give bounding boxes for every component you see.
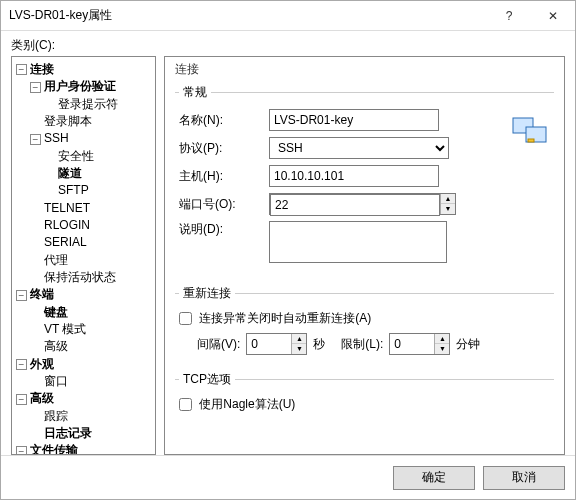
port-spinner[interactable]: ▲▼ bbox=[269, 193, 456, 215]
spin-up-icon[interactable]: ▲ bbox=[292, 334, 306, 344]
nagle-input[interactable] bbox=[179, 398, 192, 411]
spin-down-icon[interactable]: ▼ bbox=[441, 204, 455, 214]
name-input[interactable] bbox=[269, 109, 439, 131]
collapse-icon[interactable]: − bbox=[16, 290, 27, 301]
protocol-select[interactable]: SSH bbox=[269, 137, 449, 159]
auto-reconnect-checkbox[interactable]: 连接异常关闭时自动重新连接(A) bbox=[179, 311, 371, 325]
collapse-icon[interactable]: − bbox=[16, 359, 27, 370]
desc-label: 说明(D): bbox=[179, 221, 269, 238]
min-label: 分钟 bbox=[456, 336, 480, 353]
tree-tunnel[interactable]: 隧道 bbox=[44, 165, 153, 182]
svg-rect-2 bbox=[528, 139, 534, 142]
interval-input[interactable] bbox=[247, 334, 291, 354]
tree-sftp[interactable]: SFTP bbox=[44, 182, 153, 199]
interval-spinner[interactable]: ▲▼ bbox=[246, 333, 307, 355]
name-label: 名称(N): bbox=[179, 112, 269, 129]
collapse-icon[interactable]: − bbox=[16, 394, 27, 405]
tree-login-script[interactable]: 登录脚本 bbox=[30, 113, 153, 130]
limit-input[interactable] bbox=[390, 334, 434, 354]
category-tree[interactable]: −连接 −用户身份验证 登录提示符 登录脚本 −SSH 安全性 bbox=[11, 56, 156, 455]
tcp-legend: TCP选项 bbox=[179, 371, 235, 388]
window-title: LVS-DR01-key属性 bbox=[9, 7, 487, 24]
tree-ssh[interactable]: −SSH 安全性 隧道 SFTP bbox=[30, 130, 153, 199]
tree-appearance[interactable]: −外观 窗口 bbox=[16, 356, 153, 391]
tree-login-prompt[interactable]: 登录提示符 bbox=[44, 96, 153, 113]
collapse-icon[interactable]: − bbox=[16, 64, 27, 75]
spin-down-icon[interactable]: ▼ bbox=[435, 344, 449, 354]
help-button[interactable]: ? bbox=[487, 1, 531, 30]
titlebar: LVS-DR01-key属性 ? ✕ bbox=[1, 1, 575, 31]
tree-vt-mode[interactable]: VT 模式 bbox=[30, 321, 153, 338]
tree-proxy[interactable]: 代理 bbox=[30, 252, 153, 269]
port-label: 端口号(O): bbox=[179, 196, 269, 213]
close-icon: ✕ bbox=[548, 9, 558, 23]
collapse-icon[interactable]: − bbox=[30, 134, 41, 145]
tcp-group: TCP选项 使用Nagle算法(U) bbox=[175, 371, 554, 423]
tree-user-auth[interactable]: −用户身份验证 登录提示符 bbox=[30, 78, 153, 113]
tree-terminal[interactable]: −终端 键盘 VT 模式 高级 bbox=[16, 286, 153, 355]
auto-reconnect-input[interactable] bbox=[179, 312, 192, 325]
interval-label: 间隔(V): bbox=[197, 336, 240, 353]
general-legend: 常规 bbox=[179, 84, 211, 101]
host-label: 主机(H): bbox=[179, 168, 269, 185]
tree-security[interactable]: 安全性 bbox=[44, 148, 153, 165]
tree-advanced[interactable]: −高级 跟踪 日志记录 bbox=[16, 390, 153, 442]
settings-panel: 连接 常规 名称(N): 协议(P): SSH 主机(H) bbox=[164, 56, 565, 455]
dialog-footer: 确定 取消 bbox=[1, 455, 575, 499]
collapse-icon[interactable]: − bbox=[16, 446, 27, 455]
nagle-checkbox[interactable]: 使用Nagle算法(U) bbox=[179, 397, 295, 411]
properties-dialog: LVS-DR01-key属性 ? ✕ 类别(C): −连接 −用户身份验证 登录… bbox=[0, 0, 576, 500]
port-input[interactable] bbox=[270, 194, 440, 216]
cancel-button[interactable]: 取消 bbox=[483, 466, 565, 490]
spin-up-icon[interactable]: ▲ bbox=[441, 194, 455, 204]
question-icon: ? bbox=[506, 9, 513, 23]
tree-keyboard[interactable]: 键盘 bbox=[30, 304, 153, 321]
category-label: 类别(C): bbox=[11, 37, 565, 54]
host-input[interactable] bbox=[269, 165, 439, 187]
reconnect-group: 重新连接 连接异常关闭时自动重新连接(A) 间隔(V): ▲▼ 秒 限制(L): bbox=[175, 285, 554, 365]
spin-up-icon[interactable]: ▲ bbox=[435, 334, 449, 344]
tree-rlogin[interactable]: RLOGIN bbox=[30, 217, 153, 234]
tree-telnet[interactable]: TELNET bbox=[30, 200, 153, 217]
tree-logging[interactable]: 日志记录 bbox=[30, 425, 153, 442]
tree-keepalive[interactable]: 保持活动状态 bbox=[30, 269, 153, 286]
tree-window[interactable]: 窗口 bbox=[30, 373, 153, 390]
spin-down-icon[interactable]: ▼ bbox=[292, 344, 306, 354]
sec-label: 秒 bbox=[313, 336, 325, 353]
desc-textarea[interactable] bbox=[269, 221, 447, 263]
reconnect-legend: 重新连接 bbox=[179, 285, 235, 302]
tree-serial[interactable]: SERIAL bbox=[30, 234, 153, 251]
tree-file-transfer[interactable]: −文件传输 X/YMODEM ZMODEM bbox=[16, 442, 153, 455]
limit-label: 限制(L): bbox=[341, 336, 383, 353]
limit-spinner[interactable]: ▲▼ bbox=[389, 333, 450, 355]
connection-icon bbox=[512, 115, 548, 148]
tree-connection[interactable]: −连接 −用户身份验证 登录提示符 登录脚本 −SSH 安全性 bbox=[16, 61, 153, 286]
tree-trace[interactable]: 跟踪 bbox=[30, 408, 153, 425]
general-group: 常规 名称(N): 协议(P): SSH 主机(H): bbox=[175, 84, 554, 279]
panel-title: 连接 bbox=[175, 61, 554, 78]
tree-terminal-advanced[interactable]: 高级 bbox=[30, 338, 153, 355]
protocol-label: 协议(P): bbox=[179, 140, 269, 157]
close-button[interactable]: ✕ bbox=[531, 1, 575, 30]
collapse-icon[interactable]: − bbox=[30, 82, 41, 93]
ok-button[interactable]: 确定 bbox=[393, 466, 475, 490]
